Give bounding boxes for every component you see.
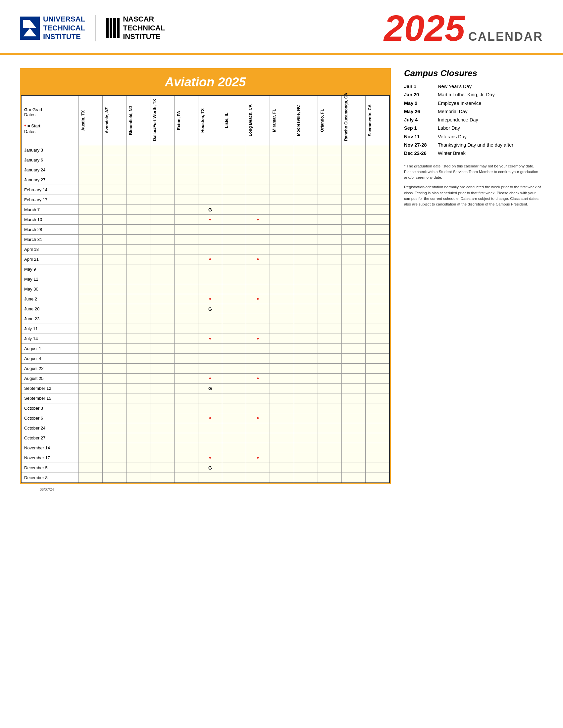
closure-date: Nov 11 xyxy=(404,133,434,140)
calendar-title: Aviation 2025 xyxy=(165,75,246,89)
data-cell xyxy=(270,155,294,165)
data-cell xyxy=(294,364,318,374)
date-cell: October 6 xyxy=(21,413,78,423)
data-cell xyxy=(150,403,174,413)
data-cell xyxy=(174,384,198,393)
data-cell xyxy=(366,453,390,463)
date-cell: August 4 xyxy=(21,354,78,364)
data-cell xyxy=(318,215,342,225)
data-cell xyxy=(222,443,246,453)
table-row: June 20G xyxy=(21,304,390,314)
data-cell xyxy=(222,254,246,264)
data-cell xyxy=(294,443,318,453)
data-cell xyxy=(246,344,270,354)
data-cell xyxy=(318,284,342,294)
data-cell: • xyxy=(198,453,222,463)
data-cell xyxy=(198,225,222,235)
data-cell: • xyxy=(246,374,270,384)
data-cell xyxy=(174,274,198,284)
campus-closures-title: Campus Closures xyxy=(404,68,543,78)
data-cell xyxy=(342,453,365,463)
data-cell xyxy=(294,453,318,463)
data-cell xyxy=(270,195,294,205)
data-cell xyxy=(102,423,126,433)
data-cell xyxy=(198,195,222,205)
closure-description: Veterans Day xyxy=(438,133,467,140)
data-cell xyxy=(318,463,342,473)
date-cell: February 14 xyxy=(21,185,78,195)
data-cell xyxy=(150,443,174,453)
data-cell xyxy=(102,304,126,314)
data-cell xyxy=(150,433,174,443)
table-row: October 27 xyxy=(21,433,390,443)
data-cell xyxy=(270,294,294,304)
data-cell xyxy=(318,344,342,354)
data-cell xyxy=(150,364,174,374)
data-cell xyxy=(342,175,365,185)
data-cell xyxy=(78,264,102,274)
data-cell xyxy=(294,215,318,225)
data-cell xyxy=(222,314,246,324)
data-cell xyxy=(102,254,126,264)
data-cell xyxy=(222,354,246,364)
data-cell xyxy=(342,433,365,443)
data-cell xyxy=(342,264,365,274)
data-cell xyxy=(294,314,318,324)
data-cell xyxy=(174,443,198,453)
data-cell xyxy=(126,304,150,314)
data-cell xyxy=(78,364,102,374)
data-cell xyxy=(366,225,390,235)
data-cell xyxy=(246,205,270,215)
header-divider xyxy=(95,15,96,41)
data-cell xyxy=(342,274,365,284)
data-cell xyxy=(270,413,294,423)
data-cell xyxy=(174,215,198,225)
data-cell xyxy=(342,145,365,155)
data-cell xyxy=(270,384,294,393)
data-cell xyxy=(366,344,390,354)
data-cell xyxy=(78,384,102,393)
data-cell xyxy=(126,294,150,304)
data-cell xyxy=(198,155,222,165)
date-cell: September 12 xyxy=(21,384,78,393)
data-cell xyxy=(294,403,318,413)
data-cell xyxy=(198,364,222,374)
uti-icon xyxy=(20,17,40,40)
data-cell xyxy=(318,413,342,423)
data-cell xyxy=(342,473,365,483)
data-cell xyxy=(366,155,390,165)
data-cell xyxy=(150,334,174,344)
data-cell xyxy=(198,473,222,483)
main-content: Aviation 2025 G = GradDates • = StartDat… xyxy=(0,55,563,497)
right-panel: Campus Closures Jan 1New Year's DayJan 2… xyxy=(404,68,543,484)
data-cell xyxy=(342,384,365,393)
data-cell xyxy=(366,364,390,374)
data-cell xyxy=(294,354,318,364)
col-dallas: Dallas/Fort Worth, TX xyxy=(150,96,174,145)
col-orlando: Orlando, FL xyxy=(318,96,342,145)
data-cell xyxy=(222,175,246,185)
data-cell xyxy=(366,205,390,215)
data-cell xyxy=(222,145,246,155)
data-cell xyxy=(318,205,342,215)
data-cell xyxy=(78,463,102,473)
data-cell xyxy=(174,185,198,195)
data-cell xyxy=(222,274,246,284)
data-cell xyxy=(102,225,126,235)
data-cell xyxy=(102,145,126,155)
data-cell xyxy=(126,195,150,205)
data-cell xyxy=(366,324,390,334)
data-cell xyxy=(222,304,246,314)
data-cell xyxy=(126,374,150,384)
data-cell xyxy=(318,393,342,403)
nascar-text: NASCAR TECHNICAL INSTITUTE xyxy=(123,15,165,41)
legend-start: • = StartDates xyxy=(24,122,76,134)
data-cell xyxy=(150,344,174,354)
data-cell xyxy=(78,443,102,453)
date-cell: July 11 xyxy=(21,324,78,334)
data-cell xyxy=(222,165,246,175)
data-cell xyxy=(270,433,294,443)
data-cell xyxy=(198,354,222,364)
table-row: March 28 xyxy=(21,225,390,235)
data-cell xyxy=(126,473,150,483)
